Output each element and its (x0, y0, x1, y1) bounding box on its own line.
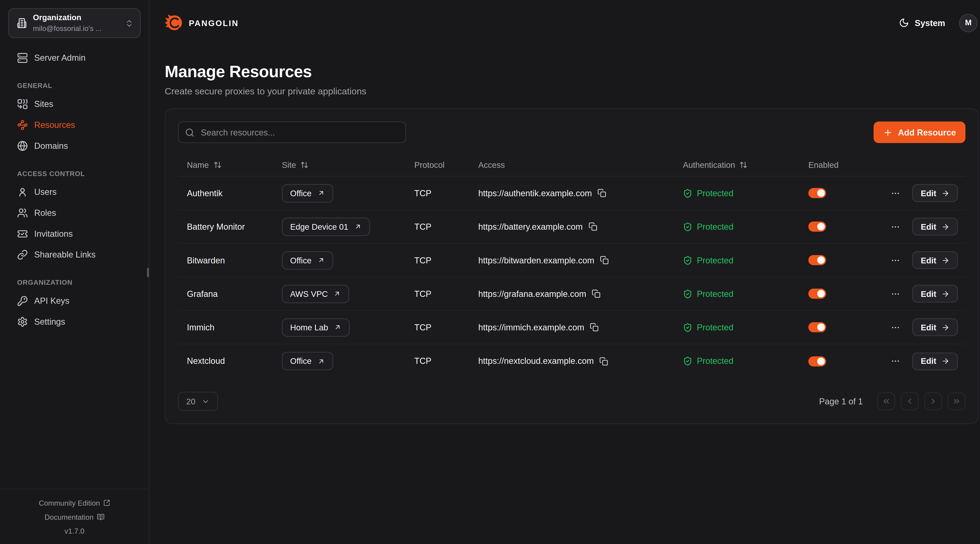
first-page-button[interactable] (877, 392, 895, 410)
site-link-button[interactable]: Edge Device 01 (282, 217, 370, 236)
resource-url: https://battery.example.com (478, 222, 583, 231)
auth-status-badge: Protected (697, 289, 733, 298)
arrow-up-right-icon (354, 223, 362, 230)
column-header-access: Access (478, 160, 683, 169)
user-avatar[interactable]: M (959, 14, 977, 32)
chevrons-up-down-icon (125, 19, 134, 27)
edit-button[interactable]: Edit (913, 352, 958, 370)
table-row: Authentik Office TCP https://authentik.e… (178, 177, 966, 210)
row-menu-button[interactable] (889, 220, 902, 232)
sidebar-item-server-admin[interactable]: Server Admin (8, 48, 141, 68)
row-menu-button[interactable] (889, 288, 902, 300)
resource-name: Authentik (178, 189, 282, 198)
previous-page-button[interactable] (901, 392, 918, 410)
column-header-protocol: Protocol (414, 160, 478, 169)
auth-status-badge: Protected (697, 189, 733, 198)
resource-name: Nextcloud (178, 357, 282, 366)
arrow-up-right-icon (334, 290, 341, 297)
auth-status-badge: Protected (697, 357, 733, 366)
row-menu-button[interactable] (889, 321, 902, 333)
copy-url-button[interactable] (600, 256, 609, 265)
enabled-toggle[interactable] (808, 222, 826, 232)
enabled-toggle[interactable] (808, 322, 826, 332)
search-input[interactable] (199, 127, 399, 138)
resource-name: Bitwarden (178, 255, 282, 265)
sidebar-section-access-control: ACCESS CONTROL (8, 165, 141, 182)
sidebar-item-shareable-links[interactable]: Shareable Links (8, 244, 141, 265)
site-link-button[interactable]: Office (282, 352, 333, 370)
sidebar-item-api-keys[interactable]: API Keys (8, 290, 141, 312)
sort-icon (301, 160, 309, 169)
table-row: Immich Home Lab TCP https://immich.examp… (178, 311, 966, 344)
edit-button[interactable]: Edit (913, 218, 958, 235)
add-resource-button[interactable]: Add Resource (874, 122, 966, 143)
sidebar-item-resources[interactable]: Resources (8, 114, 141, 135)
copy-icon (590, 323, 599, 331)
enabled-toggle[interactable] (808, 356, 826, 366)
arrow-up-right-icon (317, 189, 325, 197)
enabled-toggle[interactable] (808, 289, 826, 299)
community-edition-link[interactable]: Community Edition (6, 496, 143, 510)
resource-name: Immich (178, 322, 282, 332)
sidebar-item-roles[interactable]: Roles (8, 203, 141, 224)
ellipsis-icon (891, 189, 900, 198)
search-box (178, 122, 406, 143)
main-area: PANGOLIN System M Manage Resources Creat… (150, 0, 980, 544)
copy-url-button[interactable] (592, 289, 601, 298)
org-switcher-label: Organization (33, 13, 119, 23)
sidebar-item-settings[interactable]: Settings (8, 311, 141, 332)
page-size-select[interactable]: 20 (178, 392, 218, 411)
sidebar-item-domains[interactable]: Domains (8, 135, 141, 157)
arrow-right-icon (942, 357, 950, 365)
sidebar-item-invitations[interactable]: Invitations (8, 224, 141, 244)
sidebar-item-label: Shareable Links (34, 250, 95, 260)
copy-icon (589, 222, 597, 231)
sidebar-item-label: Settings (34, 317, 65, 327)
site-link-button[interactable]: Home Lab (282, 318, 350, 336)
building-icon (16, 17, 27, 29)
brand-logo[interactable]: PANGOLIN (165, 13, 239, 32)
table-body: Authentik Office TCP https://authentik.e… (178, 177, 966, 378)
copy-url-button[interactable] (589, 222, 597, 231)
sidebar-item-label: Users (34, 187, 57, 197)
shield-check-icon (683, 357, 692, 366)
sidebar-item-label: Domains (34, 141, 68, 151)
edit-button[interactable]: Edit (913, 251, 958, 269)
enabled-toggle[interactable] (808, 255, 826, 265)
moon-icon (899, 17, 909, 28)
site-link-button[interactable]: AWS VPC (282, 284, 349, 303)
edit-button[interactable]: Edit (913, 285, 958, 302)
sidebar-item-label: Roles (34, 208, 56, 217)
row-menu-button[interactable] (889, 254, 902, 266)
last-page-button[interactable] (948, 392, 965, 410)
arrow-right-icon (942, 256, 950, 264)
sidebar-item-sites[interactable]: Sites (8, 94, 141, 114)
sidebar-item-users[interactable]: Users (8, 182, 141, 203)
enabled-toggle[interactable] (808, 188, 826, 198)
resource-protocol: TCP (414, 357, 478, 366)
theme-toggle[interactable]: System (899, 17, 945, 28)
column-header-site[interactable]: Site (282, 160, 414, 169)
site-link-button[interactable]: Office (282, 184, 333, 202)
page-title: Manage Resources (165, 62, 978, 82)
org-switcher[interactable]: Organization milo@fossorial.io's ... (8, 8, 141, 38)
edit-button[interactable]: Edit (913, 184, 958, 202)
documentation-link[interactable]: Documentation (6, 510, 143, 523)
book-open-icon (97, 513, 104, 521)
next-page-button[interactable] (924, 392, 942, 410)
column-header-authentication[interactable]: Authentication (683, 160, 808, 169)
site-link-button[interactable]: Office (282, 251, 333, 270)
row-menu-button[interactable] (889, 355, 902, 367)
row-menu-button[interactable] (889, 187, 902, 199)
sidebar-scrollbar[interactable] (147, 268, 149, 277)
copy-url-button[interactable] (598, 189, 606, 197)
resource-protocol: TCP (414, 322, 478, 332)
combine-icon (17, 99, 28, 109)
edit-button[interactable]: Edit (913, 319, 958, 336)
copy-url-button[interactable] (590, 323, 599, 331)
copy-url-button[interactable] (600, 357, 608, 365)
column-header-name[interactable]: Name (178, 160, 282, 169)
sidebar-section-organization: ORGANIZATION (8, 273, 141, 290)
auth-status-badge: Protected (697, 222, 733, 231)
link-icon (17, 249, 28, 260)
